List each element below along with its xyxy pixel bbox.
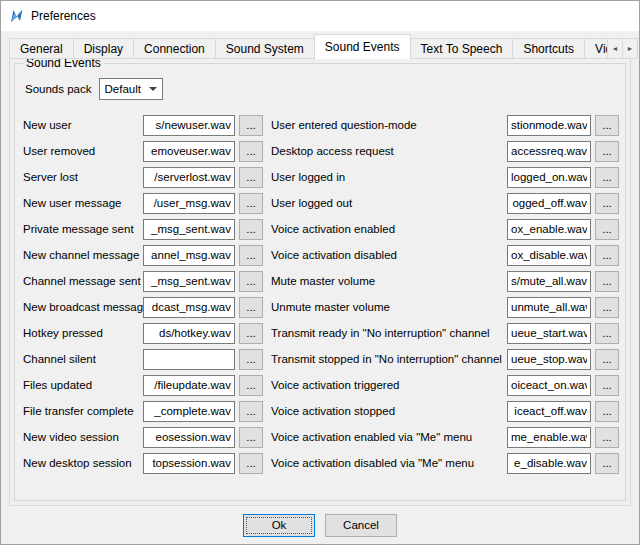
tab[interactable]: Sound Events (314, 34, 411, 59)
sound-file-input[interactable] (143, 141, 235, 162)
browse-button[interactable]: ... (595, 401, 619, 422)
sound-event-label: File transfer complete (23, 405, 143, 417)
sound-event-row: Channel silent ... (23, 346, 263, 372)
browse-button[interactable]: ... (239, 401, 263, 422)
browse-button[interactable]: ... (595, 297, 619, 318)
sound-file-input[interactable] (143, 427, 235, 448)
browse-button[interactable]: ... (595, 375, 619, 396)
sound-file-input[interactable] (507, 245, 591, 266)
tab[interactable]: Sound System (215, 38, 315, 59)
sounds-pack-select[interactable]: Default (99, 78, 163, 100)
tab-strip: General Display Connection Sound System … (9, 34, 637, 59)
tab-scroll: ◄ ► (607, 38, 638, 59)
sound-file-input[interactable] (143, 401, 235, 422)
sound-event-label: New user (23, 119, 143, 131)
sound-file-input[interactable] (143, 375, 235, 396)
sound-events-groupbox: Sound Events Sounds pack Default New use… (14, 63, 626, 501)
sound-event-row: Mute master volume ... (271, 268, 619, 294)
sound-file-input[interactable] (143, 193, 235, 214)
browse-button[interactable]: ... (239, 453, 263, 474)
sound-file-input[interactable] (507, 427, 591, 448)
sound-file-input[interactable] (143, 115, 235, 136)
sound-event-row: New video session ... (23, 424, 263, 450)
left-column: New user ... User removed ... Server los… (23, 112, 263, 476)
sound-file-input[interactable] (507, 219, 591, 240)
sound-file-input[interactable] (143, 323, 235, 344)
browse-button[interactable]: ... (595, 219, 619, 240)
sound-event-row: User removed ... (23, 138, 263, 164)
browse-button[interactable]: ... (595, 323, 619, 344)
sound-event-row: New user ... (23, 112, 263, 138)
tab[interactable]: Shortcuts (512, 38, 585, 59)
sound-file-input[interactable] (507, 115, 591, 136)
sound-file-input[interactable] (507, 167, 591, 188)
titlebar: Preferences (1, 1, 639, 31)
browse-button[interactable]: ... (239, 115, 263, 136)
browse-button[interactable]: ... (595, 453, 619, 474)
sound-file-input[interactable] (507, 375, 591, 396)
browse-button[interactable]: ... (595, 167, 619, 188)
sound-file-input[interactable] (507, 193, 591, 214)
browse-button[interactable]: ... (239, 427, 263, 448)
sound-file-input[interactable] (507, 141, 591, 162)
tab[interactable]: Text To Speech (410, 38, 514, 59)
browse-button[interactable]: ... (239, 245, 263, 266)
sound-event-row: Voice activation enabled ... (271, 216, 619, 242)
tab-scroll-right-button[interactable]: ► (622, 38, 638, 59)
tab[interactable]: General (9, 38, 74, 59)
browse-button[interactable]: ... (595, 245, 619, 266)
browse-button[interactable]: ... (239, 271, 263, 292)
sound-event-label: Mute master volume (271, 275, 507, 287)
sound-file-input[interactable] (507, 349, 591, 370)
browse-button[interactable]: ... (595, 141, 619, 162)
sound-event-row: Private message sent ... (23, 216, 263, 242)
sound-file-input[interactable] (143, 453, 235, 474)
sound-file-input[interactable] (143, 271, 235, 292)
sound-file-input[interactable] (507, 401, 591, 422)
tab[interactable]: Connection (133, 38, 216, 59)
browse-button[interactable]: ... (239, 167, 263, 188)
sound-event-label: Transmit stopped in "No interruption" ch… (271, 353, 507, 365)
sound-event-label: Hotkey pressed (23, 327, 143, 339)
sound-event-row: Transmit ready in "No interruption" chan… (271, 320, 619, 346)
sound-event-row: New broadcast message ... (23, 294, 263, 320)
sound-event-label: User entered question-mode (271, 119, 507, 131)
tab[interactable]: Display (73, 38, 134, 59)
browse-button[interactable]: ... (239, 219, 263, 240)
sounds-pack-value: Default (105, 83, 149, 95)
preferences-window: Preferences General Display Connection S… (0, 0, 640, 545)
cancel-button[interactable]: Cancel (325, 514, 397, 537)
ok-button[interactable]: Ok (243, 514, 315, 537)
sound-event-row: Voice activation disabled ... (271, 242, 619, 268)
sound-event-label: Voice activation enabled via "Me" menu (271, 431, 507, 443)
sound-file-input[interactable] (507, 297, 591, 318)
sound-file-input[interactable] (507, 453, 591, 474)
window-title: Preferences (31, 9, 96, 23)
sound-event-label: Voice activation stopped (271, 405, 507, 417)
sound-event-label: New user message (23, 197, 143, 209)
sound-file-input[interactable] (143, 297, 235, 318)
sound-file-input[interactable] (143, 245, 235, 266)
sound-file-input[interactable] (507, 323, 591, 344)
browse-button[interactable]: ... (595, 193, 619, 214)
browse-button[interactable]: ... (239, 193, 263, 214)
browse-button[interactable]: ... (595, 427, 619, 448)
sound-event-label: Voice activation triggered (271, 379, 507, 391)
sound-file-input[interactable] (143, 219, 235, 240)
browse-button[interactable]: ... (239, 349, 263, 370)
browse-button[interactable]: ... (239, 375, 263, 396)
browse-button[interactable]: ... (239, 141, 263, 162)
sound-file-input[interactable] (143, 167, 235, 188)
sound-event-row: Hotkey pressed ... (23, 320, 263, 346)
browse-button[interactable]: ... (239, 297, 263, 318)
browse-button[interactable]: ... (595, 349, 619, 370)
tab-scroll-left-button[interactable]: ◄ (607, 38, 623, 59)
sound-file-input[interactable] (143, 349, 235, 370)
sound-event-label: Voice activation disabled (271, 249, 507, 261)
sound-event-label: New broadcast message (23, 301, 143, 313)
browse-button[interactable]: ... (595, 271, 619, 292)
browse-button[interactable]: ... (239, 323, 263, 344)
chevron-down-icon (149, 87, 157, 91)
browse-button[interactable]: ... (595, 115, 619, 136)
sound-file-input[interactable] (507, 271, 591, 292)
